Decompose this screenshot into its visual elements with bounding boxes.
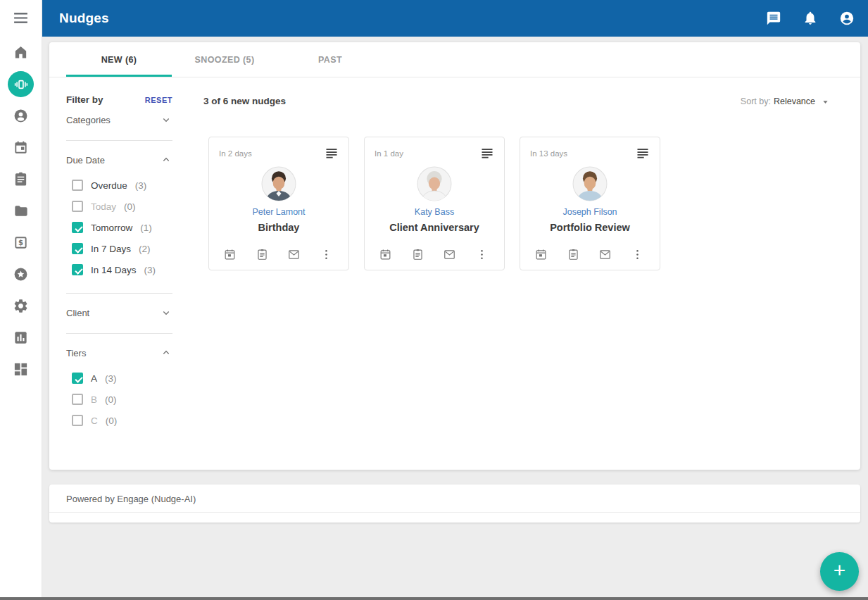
more-vert-icon[interactable] xyxy=(475,248,489,261)
checkbox[interactable] xyxy=(72,415,83,426)
notes-icon[interactable] xyxy=(325,146,339,161)
avatar[interactable] xyxy=(417,166,452,201)
filter-option-label: In 14 Days xyxy=(91,265,137,275)
sidebar-item-tasks[interactable] xyxy=(0,163,42,195)
more-vert-icon[interactable] xyxy=(631,248,644,261)
dashboard-icon xyxy=(13,361,29,377)
notes-icon[interactable] xyxy=(636,146,650,161)
nudges-vibration-icon xyxy=(8,71,34,97)
sidebar-item-nudges[interactable] xyxy=(0,68,42,100)
filter-option-count: (3) xyxy=(105,373,117,384)
more-vert-icon[interactable] xyxy=(320,248,333,261)
checkbox[interactable] xyxy=(72,264,83,275)
reset-button[interactable]: RESET xyxy=(145,96,172,104)
gear-icon xyxy=(13,298,29,314)
tab-snoozed[interactable]: SNOOZED (5) xyxy=(172,42,277,77)
home-icon xyxy=(13,44,29,61)
filter-option-tier-b[interactable]: B (0) xyxy=(66,389,172,410)
sidebar-item-billing[interactable]: $ xyxy=(0,227,42,258)
notes-icon[interactable] xyxy=(480,146,494,161)
filter-section-due-date[interactable]: Due Date xyxy=(66,145,172,175)
filter-section-categories[interactable]: Categories xyxy=(66,105,172,135)
tab-past[interactable]: PAST xyxy=(277,42,383,77)
sidebar-item-favorites[interactable] xyxy=(0,258,42,290)
checkbox[interactable] xyxy=(72,201,83,212)
nudges-panel: NEW (6) SNOOZED (5) PAST Filter by RESET… xyxy=(49,42,860,470)
client-name-link[interactable]: Peter Lamont xyxy=(219,207,339,217)
menu-icon[interactable] xyxy=(0,8,42,27)
lines-icon xyxy=(480,146,494,161)
filter-option-label: Overdue xyxy=(91,180,127,191)
dollar-box-icon: $ xyxy=(13,235,29,251)
client-name-link[interactable]: Joseph Filson xyxy=(530,207,650,217)
sidebar-item-documents[interactable] xyxy=(0,195,42,227)
page-title: Nudges xyxy=(59,11,109,26)
chat-icon[interactable] xyxy=(765,10,782,27)
avatar[interactable] xyxy=(572,166,608,201)
email-icon[interactable] xyxy=(287,248,301,261)
sidebar-item-calendar[interactable] xyxy=(0,132,42,163)
filter-section-client[interactable]: Client xyxy=(66,298,172,327)
chevron-up-icon xyxy=(160,346,172,359)
sidebar-item-settings[interactable] xyxy=(0,290,42,322)
card-actions xyxy=(520,248,660,261)
filter-option-count: (0) xyxy=(106,415,118,426)
clipboard-icon[interactable] xyxy=(256,248,269,261)
divider xyxy=(66,293,172,294)
sidebar-item-dashboard[interactable] xyxy=(0,354,42,385)
email-icon[interactable] xyxy=(598,248,612,261)
bottom-strip xyxy=(0,597,868,600)
lines-icon xyxy=(325,146,339,161)
nudge-card: In 2 days xyxy=(208,137,349,270)
avatar[interactable] xyxy=(261,166,296,201)
account-circle-icon xyxy=(839,11,855,26)
filter-section-label: Categories xyxy=(66,115,111,125)
checkbox[interactable] xyxy=(72,394,83,405)
calendar-icon[interactable] xyxy=(223,248,237,261)
filter-title: Filter by xyxy=(66,94,103,105)
calendar-icon[interactable] xyxy=(534,248,548,261)
chevron-up-icon xyxy=(160,154,172,166)
tab-new[interactable]: NEW (6) xyxy=(66,42,172,77)
filter-section-tiers[interactable]: Tiers xyxy=(66,338,172,368)
notifications-bell-icon[interactable] xyxy=(802,10,819,27)
filter-option-today[interactable]: Today (0) xyxy=(66,196,172,217)
filter-option-count: (1) xyxy=(140,223,152,233)
client-name-link[interactable]: Katy Bass xyxy=(375,207,494,217)
filter-option-tier-c[interactable]: C (0) xyxy=(66,410,172,431)
filter-option-count: (3) xyxy=(144,265,156,275)
sort-control[interactable]: Sort by: Relevance xyxy=(741,96,831,107)
sidebar-item-reports[interactable] xyxy=(0,322,42,354)
checkbox[interactable] xyxy=(72,180,83,191)
checkbox[interactable] xyxy=(72,373,83,384)
filter-option-in-7-days[interactable]: In 7 Days (2) xyxy=(66,238,172,259)
results-summary: 3 of 6 new nudges xyxy=(203,96,286,106)
nudge-title: Client Anniversary xyxy=(375,222,494,233)
filter-option-overdue[interactable]: Overdue (3) xyxy=(66,175,172,196)
filter-option-in-14-days[interactable]: In 14 Days (3) xyxy=(66,259,172,280)
due-label: In 1 day xyxy=(375,146,403,158)
clipboard-icon[interactable] xyxy=(567,248,580,261)
checkbox[interactable] xyxy=(72,222,83,233)
star-circle-icon xyxy=(13,266,29,282)
calendar-icon[interactable] xyxy=(379,248,392,261)
nudge-title: Portfolio Review xyxy=(530,222,650,233)
bell-icon xyxy=(803,11,818,26)
due-date-options: Overdue (3) Today (0) Tomorrow (1) In 7 … xyxy=(66,175,172,287)
account-icon[interactable] xyxy=(838,10,855,27)
filter-option-tier-a[interactable]: A (3) xyxy=(66,368,172,389)
add-nudge-fab[interactable]: + xyxy=(820,552,859,591)
clipboard-icon[interactable] xyxy=(411,248,424,261)
divider xyxy=(66,333,172,334)
powered-by-text: Powered by Engage (Nudge-AI) xyxy=(49,485,860,512)
nudge-cards: In 2 days xyxy=(208,137,831,270)
filter-option-tomorrow[interactable]: Tomorrow (1) xyxy=(66,217,172,238)
divider xyxy=(49,512,860,513)
divider xyxy=(66,140,172,141)
sidebar-item-home[interactable] xyxy=(0,37,42,68)
filter-option-label: Today xyxy=(91,201,116,212)
card-actions xyxy=(365,248,504,261)
email-icon[interactable] xyxy=(443,248,456,261)
checkbox[interactable] xyxy=(72,243,83,254)
sidebar-item-contacts[interactable] xyxy=(0,100,42,132)
